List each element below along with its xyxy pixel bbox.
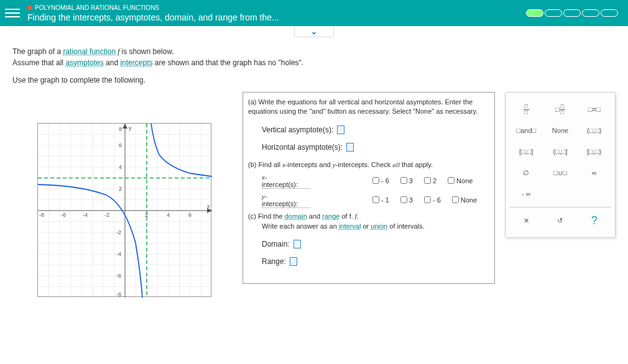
equals-button[interactable]: □=□ — [580, 101, 609, 117]
svg-text:6: 6 — [119, 142, 122, 148]
asymptotes-link[interactable]: asymptotes — [65, 58, 103, 67]
x-int-label: x-intercept(s): — [262, 173, 310, 189]
header-text: POLYNOMIAL AND RATIONAL FUNCTIONS Findin… — [27, 4, 526, 22]
va-input[interactable] — [337, 125, 344, 134]
open-interval-button[interactable]: (□,□) — [580, 122, 609, 139]
x-int-opt-neg6[interactable]: - 6 — [372, 177, 389, 184]
function-graph: xy -8-6-4-2246 8642-2-4-6-8 — [37, 123, 211, 297]
union-link[interactable]: union — [371, 222, 387, 230]
svg-text:8: 8 — [119, 126, 122, 132]
closed-interval-button[interactable]: [□,□] — [511, 143, 541, 160]
progress-seg — [563, 9, 581, 17]
svg-text:x: x — [207, 203, 210, 209]
part-b: (b) Find all x-intercepts and y-intercep… — [248, 160, 489, 208]
infinity-button[interactable]: ∞ — [580, 165, 609, 181]
y-intercept-row: y-intercept(s): - 1 3 - 6 None — [262, 193, 489, 208]
fraction-button[interactable]: □□ — [511, 101, 541, 117]
part-a: (a) Write the equations for all vertical… — [248, 98, 489, 152]
range-label: Range: — [262, 257, 286, 266]
y-int-opt-none[interactable]: None — [452, 196, 477, 204]
text: are shown and that the graph has no "hol… — [152, 58, 303, 67]
and-button[interactable]: □and□ — [511, 122, 541, 139]
svg-text:-6: -6 — [61, 212, 66, 218]
category-dot-icon — [27, 5, 32, 10]
y-int-opt-3[interactable]: 3 — [400, 196, 413, 204]
union-button[interactable]: □∪□ — [545, 165, 575, 181]
x-int-opt-none[interactable]: None — [448, 177, 473, 184]
rational-function-link[interactable]: rational function — [63, 47, 116, 56]
symbol-palette: □□ □□□ □=□ □and□ None (□,□) [□,□] (□,□] … — [505, 92, 616, 238]
domain-row: Domain: — [262, 240, 489, 248]
svg-text:-2: -2 — [104, 212, 109, 218]
intro-text: The graph of a rational function f is sh… — [0, 37, 628, 92]
part-text: Write the equations for all vertical and… — [248, 98, 478, 115]
part-label: (b) — [248, 161, 256, 168]
range-link[interactable]: range — [322, 212, 339, 220]
range-input[interactable] — [290, 257, 297, 266]
intercepts-link[interactable]: intercepts — [120, 58, 152, 67]
blank-button — [580, 186, 609, 202]
domain-label: Domain: — [262, 240, 290, 248]
open-closed-button[interactable]: (□,□] — [545, 143, 575, 160]
svg-text:-6: -6 — [116, 273, 121, 279]
empty-set-button[interactable]: ∅ — [511, 165, 541, 181]
page-title: Finding the intercepts, asymptotes, doma… — [27, 12, 526, 22]
y-int-label: y-intercept(s): — [262, 193, 310, 208]
closed-open-button[interactable]: [□,□) — [580, 143, 609, 160]
text: The graph of a — [12, 47, 63, 56]
progress-seg — [601, 9, 618, 17]
breadcrumb: POLYNOMIAL AND RATIONAL FUNCTIONS — [27, 4, 526, 11]
part-c-sub: Write each answer as an interval or unio… — [262, 222, 489, 231]
x-int-opt-3[interactable]: 3 — [400, 177, 413, 184]
graph-column: xy -8-6-4-2246 8642-2-4-6-8 — [12, 92, 236, 297]
svg-text:-4: -4 — [116, 251, 121, 257]
svg-text:-8: -8 — [116, 291, 121, 298]
menu-icon[interactable] — [5, 6, 20, 20]
none-button[interactable]: None — [545, 122, 575, 139]
part-text: Find the domain and range of f. f. — [258, 212, 359, 220]
va-label: Vertical asymptote(s): — [262, 125, 333, 134]
svg-text:2: 2 — [119, 186, 122, 192]
progress-seg — [545, 9, 562, 17]
x-int-opt-2[interactable]: 2 — [424, 177, 436, 184]
text: Assume that all — [12, 58, 65, 67]
horizontal-asymptote-row: Horizontal asymptote(s): — [262, 143, 489, 152]
blank-button — [545, 186, 575, 202]
domain-input[interactable] — [293, 240, 301, 248]
undo-button[interactable]: ↺ — [545, 212, 575, 229]
instruction-text: Use the graph to complete the following. — [12, 75, 616, 86]
app-header: POLYNOMIAL AND RATIONAL FUNCTIONS Findin… — [0, 0, 628, 26]
y-int-opt-neg6[interactable]: - 6 — [424, 196, 441, 204]
help-button[interactable]: ? — [580, 212, 609, 229]
progress-seg — [526, 9, 543, 17]
progress-seg — [582, 9, 599, 17]
ha-input[interactable] — [346, 143, 354, 152]
svg-text:4: 4 — [167, 212, 170, 218]
neg-infinity-button[interactable]: - ∞ — [511, 186, 541, 202]
clear-button[interactable]: ✕ — [511, 212, 541, 229]
svg-text:-8: -8 — [39, 212, 44, 218]
svg-text:y: y — [129, 125, 132, 131]
part-label: (a) — [248, 98, 256, 106]
progress-bar — [526, 9, 618, 17]
category-text: POLYNOMIAL AND RATIONAL FUNCTIONS — [35, 4, 159, 11]
content-area: xy -8-6-4-2246 8642-2-4-6-8 (a) Write th… — [0, 92, 628, 309]
svg-marker-33 — [122, 124, 127, 129]
chevron-down-icon[interactable]: ⌄ — [294, 26, 334, 37]
svg-text:-2: -2 — [116, 229, 121, 235]
svg-text:-4: -4 — [83, 212, 88, 218]
part-c: (c) Find the domain and range of f. f. W… — [248, 212, 489, 266]
x-intercept-row: x-intercept(s): - 6 3 2 None — [262, 173, 489, 189]
range-row: Range: — [262, 257, 489, 266]
part-label: (c) — [248, 212, 256, 220]
domain-link[interactable]: domain — [285, 212, 307, 220]
text: is shown below. — [121, 47, 173, 56]
mixed-fraction-button[interactable]: □□□ — [545, 101, 575, 117]
vertical-asymptote-row: Vertical asymptote(s): — [262, 125, 489, 134]
text: and — [104, 58, 121, 67]
svg-text:4: 4 — [119, 164, 122, 170]
y-int-opt-neg1[interactable]: - 1 — [372, 196, 389, 204]
part-text: Find all x-intercepts and y-intercepts. … — [259, 161, 433, 168]
interval-link[interactable]: interval — [339, 222, 361, 230]
svg-text:6: 6 — [188, 212, 192, 218]
